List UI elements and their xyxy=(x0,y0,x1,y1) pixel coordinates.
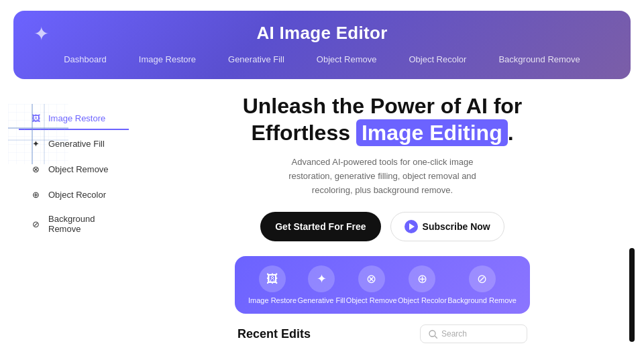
feature-background-remove-icon: ⊘ xyxy=(469,265,496,292)
feature-pill-object-recolor[interactable]: ⊕ Object Recolor xyxy=(398,265,447,304)
feature-pills: 🖼 Image Restore ✦ Generative Fill ⊗ Obje… xyxy=(235,256,530,314)
hero-subtitle: Advanced AI-powered tools for one-click … xyxy=(275,156,490,197)
recent-edits-title: Recent Edits xyxy=(237,327,311,341)
hero-buttons: Get Started For Free Subscribe Now xyxy=(260,212,504,241)
background-remove-icon: ⊘ xyxy=(30,218,42,230)
recent-edits-row: Recent Edits Search xyxy=(235,324,530,343)
feature-pill-image-restore[interactable]: 🖼 Image Restore xyxy=(248,265,297,304)
feature-generative-fill-icon: ✦ xyxy=(308,265,335,292)
feature-image-restore-icon: 🖼 xyxy=(259,265,286,292)
subscribe-now-button[interactable]: Subscribe Now xyxy=(390,212,504,241)
app-title: AI Image Editor xyxy=(40,23,604,44)
svg-line-6 xyxy=(435,336,437,339)
main-content: 🖼 Image Restore ✦ Generative Fill ⊗ Obje… xyxy=(0,93,644,343)
nav-image-restore[interactable]: Image Restore xyxy=(139,54,196,64)
sidebar-item-object-recolor[interactable]: ⊕ Object Recolor xyxy=(19,182,129,206)
feature-pill-object-remove[interactable]: ⊗ Object Remove xyxy=(346,265,397,304)
nav-object-recolor[interactable]: Object Recolor xyxy=(409,54,466,64)
feature-pill-background-remove[interactable]: ⊘ Background Remove xyxy=(447,265,517,304)
feature-object-recolor-icon: ⊕ xyxy=(409,265,435,292)
nav-generative-fill[interactable]: Generative Fill xyxy=(228,54,284,64)
nav-dashboard[interactable]: Dashboard xyxy=(64,54,107,64)
feature-pill-generative-fill[interactable]: ✦ Generative Fill xyxy=(298,265,345,304)
nav-background-remove[interactable]: Background Remove xyxy=(498,54,580,64)
search-box[interactable]: Search xyxy=(420,324,527,343)
grid-decoration xyxy=(8,104,68,164)
svg-rect-0 xyxy=(8,104,68,164)
hero-title-highlight: Image Editing xyxy=(356,119,508,146)
object-recolor-icon: ⊕ xyxy=(30,188,42,200)
svg-point-5 xyxy=(429,330,435,337)
feature-object-remove-icon: ⊗ xyxy=(358,265,385,292)
sidebar-item-background-remove[interactable]: ⊘ Background Remove xyxy=(19,208,129,240)
play-icon xyxy=(405,220,418,233)
main-nav: Dashboard Image Restore Generative Fill … xyxy=(40,54,604,64)
right-vertical-bar xyxy=(629,248,635,342)
object-remove-icon: ⊗ xyxy=(30,163,42,175)
search-placeholder: Search xyxy=(441,329,467,339)
get-started-button[interactable]: Get Started For Free xyxy=(260,212,380,241)
nav-object-remove[interactable]: Object Remove xyxy=(317,54,377,64)
sparkle-icon: ✦ xyxy=(34,23,49,45)
hero-area: Unleash the Power of AI for Effortless I… xyxy=(134,93,631,343)
hero-title: Unleash the Power of AI for Effortless I… xyxy=(241,93,523,146)
app-header: ✦ AI Image Editor Dashboard Image Restor… xyxy=(13,11,631,79)
play-triangle xyxy=(409,223,415,230)
search-icon xyxy=(429,330,437,339)
hero-title-end: . xyxy=(508,121,514,145)
